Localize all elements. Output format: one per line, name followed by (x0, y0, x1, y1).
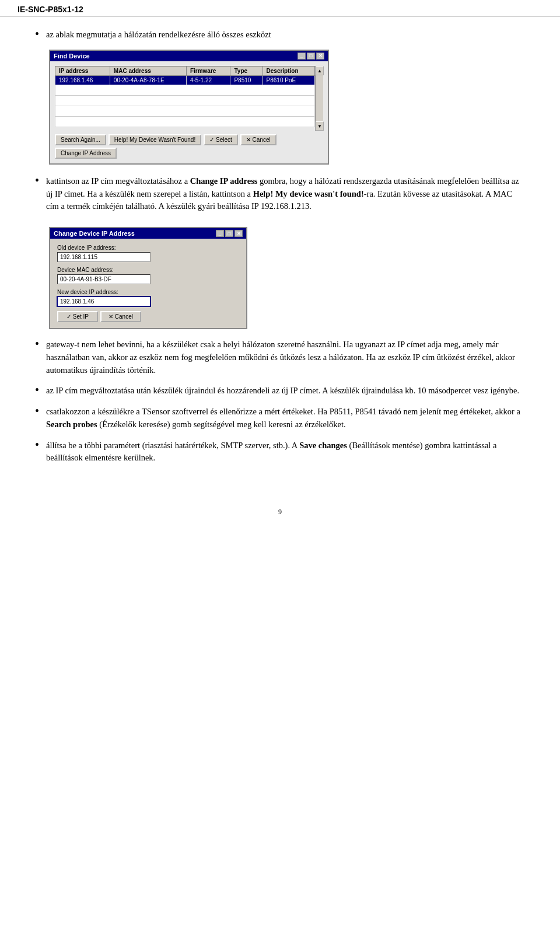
table-row-empty-2 (55, 95, 315, 106)
titlebar-buttons: _ □ ✕ (298, 53, 324, 60)
set-ip-button[interactable]: ✓ Set IP (57, 311, 98, 322)
scrollbar-up[interactable]: ▲ (316, 66, 324, 75)
bullet-text-2: kattintson az IP cím megváltoztatásához … (46, 175, 525, 213)
col-description: Description (262, 66, 314, 75)
find-device-title: Find Device (54, 53, 90, 60)
bullet-dot-6: • (35, 438, 39, 452)
cell-type: P8510 (230, 75, 262, 85)
bullet-item-4: • az IP cím megváltoztatása után készülé… (35, 385, 525, 397)
find-device-titlebar: Find Device _ □ ✕ (50, 51, 328, 61)
help-button[interactable]: Help! My Device Wasn't Found! (108, 134, 201, 145)
old-ip-value: 192.168.1.115 (57, 252, 150, 262)
col-mac: MAC address (110, 66, 186, 75)
page-footer: 9 (0, 496, 560, 528)
page-content: • az ablak megmutatja a hálózatán rendel… (0, 17, 560, 496)
table-row-empty-1 (55, 85, 315, 95)
new-ip-label: New device IP address: (57, 289, 239, 295)
device-table-wrapper: IP address MAC address Firmware Type Des… (55, 66, 323, 131)
minimize-button[interactable]: _ (298, 53, 306, 60)
bullet-text-6: állítsa be a többi paramétert (riasztási… (46, 439, 525, 465)
bullet-item-2: • kattintson az IP cím megváltoztatásáho… (35, 175, 525, 213)
change-ip-title: Change Device IP Address (54, 230, 135, 237)
change-ip-titlebar-buttons: _ □ ✕ (216, 230, 243, 237)
change-ip-dialog-buttons: ✓ Set IP ✕ Cancel (57, 311, 239, 322)
cell-mac: 00-20-4A-A8-78-1E (110, 75, 186, 85)
table-row-empty-4 (55, 116, 315, 127)
change-ip-body: Old device IP address: 192.168.1.115 Dev… (50, 239, 246, 328)
help-bold: Help! My device wasn't found! (253, 189, 364, 198)
bullet-text-1: az ablak megmutatja a hálózatán rendelke… (46, 29, 525, 41)
device-table: IP address MAC address Firmware Type Des… (55, 66, 315, 127)
bullet-dot-2: • (35, 174, 39, 187)
cancel-button[interactable]: ✕ Cancel (240, 134, 276, 145)
change-ip-minimize[interactable]: _ (216, 230, 224, 237)
mac-value: 00-20-4A-91-B3-DF (57, 274, 150, 284)
change-ip-btn-row: Change IP Address (55, 148, 323, 159)
bullet-dot-4: • (35, 383, 39, 397)
bullet-dot-3: • (35, 337, 39, 351)
find-device-dialog: Find Device _ □ ✕ IP address MAC addr (49, 50, 329, 165)
device-table-area: IP address MAC address Firmware Type Des… (55, 66, 315, 131)
change-ip-bold: Change IP address (190, 176, 258, 186)
bullet-dot-1: • (35, 27, 39, 41)
change-ip-close[interactable]: ✕ (235, 230, 243, 237)
col-type: Type (230, 66, 262, 75)
maximize-button[interactable]: □ (307, 53, 315, 60)
dialog-buttons-row: Search Again... Help! My Device Wasn't F… (55, 134, 323, 145)
change-ip-address-button[interactable]: Change IP Address (55, 148, 117, 159)
change-ip-maximize[interactable]: □ (225, 230, 233, 237)
find-device-dialog-container: Find Device _ □ ✕ IP address MAC addr (49, 50, 525, 165)
scrollbar[interactable]: ▲ ▼ (315, 66, 323, 131)
col-firmware: Firmware (186, 66, 230, 75)
cell-firmware: 4-5-1.22 (186, 75, 230, 85)
select-button[interactable]: ✓ Select (204, 134, 238, 145)
col-ip: IP address (55, 66, 110, 75)
table-row[interactable]: 192.168.1.46 00-20-4A-A8-78-1E 4-5-1.22 … (55, 75, 315, 85)
bullet-text-3: gateway-t nem lehet bevinni, ha a készül… (46, 338, 525, 376)
page-number: 9 (278, 508, 282, 516)
new-ip-input[interactable] (57, 296, 150, 306)
bullet-item-6: • állítsa be a többi paramétert (riasztá… (35, 439, 525, 465)
change-ip-dialog: Change Device IP Address _ □ ✕ Old devic… (49, 227, 247, 329)
table-row-empty-3 (55, 106, 315, 116)
bullet-item-3: • gateway-t nem lehet bevinni, ha a kész… (35, 338, 525, 376)
change-ip-titlebar: Change Device IP Address _ □ ✕ (50, 228, 246, 239)
bullet-item-5: • csatlakozzon a készülékre a TSensor sz… (35, 406, 525, 431)
change-ip-cancel-button[interactable]: ✕ Cancel (100, 311, 141, 322)
find-device-body: IP address MAC address Firmware Type Des… (50, 61, 328, 163)
bullet-text-4: az IP cím megváltoztatása után készülék … (46, 385, 525, 397)
old-ip-label: Old device IP address: (57, 245, 239, 251)
close-button[interactable]: ✕ (316, 53, 324, 60)
bullet-item-1: • az ablak megmutatja a hálózatán rendel… (35, 29, 525, 41)
bullet-dot-5: • (35, 404, 39, 418)
cell-description: P8610 PoE (262, 75, 314, 85)
scrollbar-down[interactable]: ▼ (316, 121, 324, 131)
mac-label: Device MAC address: (57, 267, 239, 273)
cell-ip: 192.168.1.46 (55, 75, 110, 85)
page-header: IE-SNC-P85x1-12 (0, 0, 560, 17)
search-probes-bold: Search probes (46, 420, 97, 429)
scrollbar-track (316, 75, 323, 121)
save-changes-bold: Save changes (299, 441, 347, 450)
search-again-button[interactable]: Search Again... (55, 134, 106, 145)
bullet-text-5: csatlakozzon a készülékre a TSensor szof… (46, 406, 525, 431)
page-title: IE-SNC-P85x1-12 (18, 5, 542, 14)
